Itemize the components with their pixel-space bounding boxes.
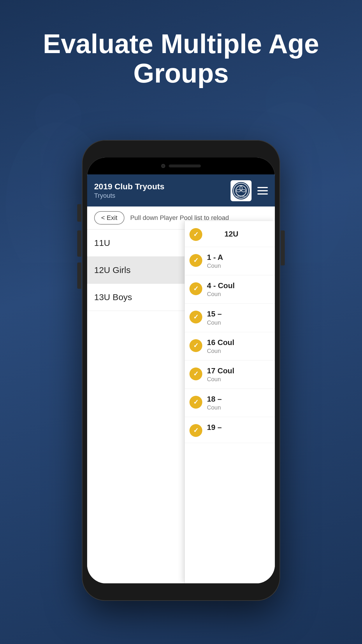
- check-mark-4coul: ✓: [193, 285, 198, 293]
- dropdown-item-15-title: 15 –: [207, 309, 270, 318]
- dropdown-item-17-sub: Coun: [207, 376, 270, 383]
- dropdown-item-1a-title: 1 - A: [207, 253, 270, 262]
- hamburger-line-1: [257, 187, 268, 188]
- phone-device: 2019 Club Tryouts Tryouts: [82, 140, 280, 601]
- phone-button-power: [281, 230, 285, 265]
- hamburger-menu-button[interactable]: [257, 187, 268, 195]
- dropdown-item-18-text: 18 – Coun: [207, 395, 270, 411]
- check-circle-4coul: ✓: [189, 282, 202, 295]
- app-logo: VOLLEYBALL: [231, 180, 252, 201]
- svg-text:VOLLEYBALL: VOLLEYBALL: [236, 195, 246, 197]
- dropdown-item-16[interactable]: ✓ 16 Coul Coun: [185, 332, 275, 360]
- dropdown-item-19-title: 19 –: [207, 423, 270, 432]
- check-mark-17: ✓: [193, 370, 198, 378]
- check-mark-16: ✓: [193, 342, 198, 349]
- check-circle-18: ✓: [189, 396, 202, 409]
- dropdown-item-15-text: 15 – Coun: [207, 309, 270, 326]
- check-mark-18: ✓: [193, 398, 198, 406]
- phone-screen: 2019 Club Tryouts Tryouts: [87, 158, 275, 583]
- dropdown-item-1a-sub: Coun: [207, 262, 270, 269]
- dropdown-item-12u-header-title: 12U: [224, 230, 238, 239]
- logo-circle: VOLLEYBALL: [232, 182, 250, 200]
- phone-button-volume-down: [77, 230, 81, 257]
- hamburger-line-3: [257, 193, 268, 195]
- check-mark-1a: ✓: [193, 257, 198, 264]
- check-mark-15: ✓: [193, 313, 198, 321]
- check-circle-17: ✓: [189, 368, 202, 380]
- exit-button[interactable]: < Exit: [94, 211, 124, 225]
- dropdown-item-4coul-text: 4 - Coul Coun: [207, 281, 270, 298]
- app-subtitle: Tryouts: [94, 192, 225, 200]
- phone-speaker: [169, 164, 201, 167]
- phone-notch: [87, 158, 275, 174]
- dropdown-item-15[interactable]: ✓ 15 – Coun: [185, 304, 275, 332]
- dropdown-item-4coul-title: 4 - Coul: [207, 281, 270, 290]
- check-circle-15: ✓: [189, 311, 202, 323]
- check-circle-12u-header: ✓: [189, 228, 202, 241]
- dropdown-item-1a[interactable]: ✓ 1 - A Coun: [185, 247, 275, 275]
- app-content: 2019 Club Tryouts Tryouts: [87, 174, 275, 583]
- dropdown-item-15-sub: Coun: [207, 319, 270, 326]
- dropdown-item-12u-header[interactable]: ✓ 12U: [185, 221, 275, 247]
- dropdown-item-17-title: 17 Coul: [207, 366, 270, 375]
- svg-rect-4: [41, 140, 76, 210]
- phone-button-silent: [77, 262, 81, 289]
- dropdown-item-16-text: 16 Coul Coun: [207, 338, 270, 354]
- hamburger-line-2: [257, 190, 268, 191]
- app-header-text: 2019 Club Tryouts Tryouts: [94, 182, 225, 200]
- app-header: 2019 Club Tryouts Tryouts: [87, 174, 275, 206]
- check-mark-12u-header: ✓: [193, 231, 198, 238]
- phone-button-volume-up: [77, 204, 81, 222]
- dropdown-item-18-sub: Coun: [207, 404, 270, 411]
- dropdown-item-18-title: 18 –: [207, 395, 270, 404]
- phone-camera: [161, 164, 165, 168]
- dropdown-item-4coul-sub: Coun: [207, 291, 270, 298]
- dropdown-item-1a-text: 1 - A Coun: [207, 253, 270, 269]
- app-title: 2019 Club Tryouts: [94, 182, 225, 191]
- check-mark-19: ✓: [193, 427, 198, 434]
- dropdown-item-19-text: 19 –: [207, 423, 270, 432]
- dropdown-item-16-sub: Coun: [207, 348, 270, 354]
- hero-title: Evaluate Multiple Age Groups: [0, 29, 362, 88]
- dropdown-item-17-text: 17 Coul Coun: [207, 366, 270, 383]
- svg-point-2: [35, 93, 82, 140]
- dropdown-item-16-title: 16 Coul: [207, 338, 270, 347]
- check-circle-19: ✓: [189, 424, 202, 437]
- dropdown-item-18[interactable]: ✓ 18 – Coun: [185, 389, 275, 417]
- check-circle-16: ✓: [189, 339, 202, 352]
- dropdown-item-4coul[interactable]: ✓ 4 - Coul Coun: [185, 275, 275, 304]
- dropdown-overlay[interactable]: ✓ 12U ✓ 1 - A Coun ✓: [184, 221, 275, 583]
- toolbar-hint: Pull down Player Pool list to reload: [130, 214, 229, 222]
- check-circle-1a: ✓: [189, 254, 202, 267]
- volleyball-logo-svg: VOLLEYBALL: [233, 183, 249, 199]
- dropdown-item-17[interactable]: ✓ 17 Coul Coun: [185, 360, 275, 389]
- dropdown-item-19[interactable]: ✓ 19 –: [185, 417, 275, 443]
